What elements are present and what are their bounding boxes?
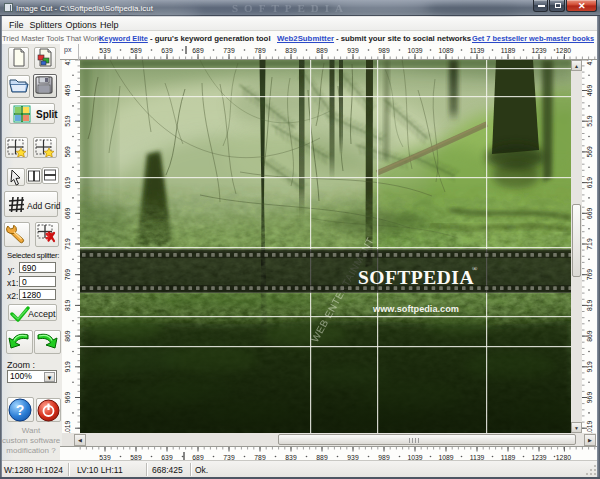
svg-text:889: 889 [316, 47, 328, 54]
svg-text:419: 419 [64, 60, 71, 65]
svg-text:869: 869 [64, 330, 71, 342]
svg-text:?: ? [16, 402, 25, 418]
svg-text:769: 769 [64, 269, 71, 281]
svg-text:519: 519 [586, 115, 593, 127]
svg-text:939: 939 [347, 47, 359, 54]
svg-text:1280: 1280 [556, 47, 571, 54]
svg-text:1089: 1089 [438, 47, 453, 54]
svg-text:769: 769 [586, 269, 593, 281]
svg-text:839: 839 [285, 47, 297, 54]
svg-text:®: ® [472, 265, 478, 273]
svg-text:639: 639 [161, 47, 173, 54]
svg-text:SOFTPEDIA: SOFTPEDIA [358, 267, 474, 288]
svg-text:589: 589 [130, 47, 142, 54]
svg-text:469: 469 [586, 85, 593, 97]
svg-text:689: 689 [192, 47, 204, 54]
svg-text:www.softpedia.com: www.softpedia.com [372, 304, 459, 314]
svg-text:569: 569 [64, 146, 71, 158]
svg-text:969: 969 [586, 392, 593, 404]
svg-text:519: 519 [64, 115, 71, 127]
svg-text:1189: 1189 [501, 47, 516, 54]
svg-text:819: 819 [64, 300, 71, 312]
svg-text:969: 969 [64, 392, 71, 404]
svg-text:869: 869 [586, 330, 593, 342]
svg-text:989: 989 [378, 47, 390, 54]
svg-text:719: 719 [64, 238, 71, 250]
svg-text:419: 419 [586, 60, 593, 65]
svg-text:469: 469 [64, 85, 71, 97]
svg-text:619: 619 [64, 177, 71, 189]
svg-text:669: 669 [586, 207, 593, 219]
svg-text:919: 919 [586, 361, 593, 373]
svg-text:789: 789 [254, 47, 266, 54]
svg-text:1139: 1139 [470, 47, 485, 54]
svg-text:739: 739 [223, 47, 235, 54]
svg-text:819: 819 [586, 300, 593, 312]
svg-text:669: 669 [64, 207, 71, 219]
svg-text:919: 919 [64, 361, 71, 373]
svg-text:539: 539 [99, 47, 111, 54]
svg-text:719: 719 [586, 238, 593, 250]
svg-text:1039: 1039 [407, 47, 422, 54]
svg-text:569: 569 [586, 146, 593, 158]
svg-text:1239: 1239 [531, 47, 546, 54]
svg-text:619: 619 [586, 177, 593, 189]
